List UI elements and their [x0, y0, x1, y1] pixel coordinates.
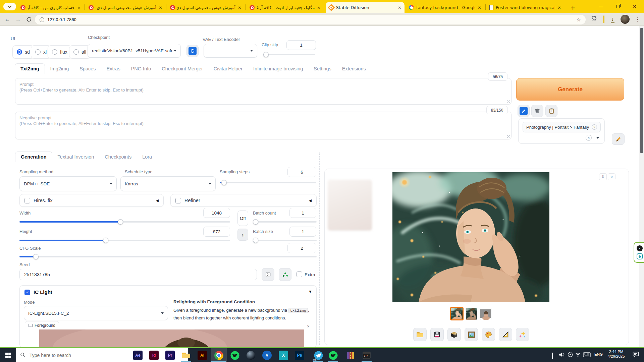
height-input[interactable]: 872 [203, 227, 230, 237]
width-slider[interactable] [19, 219, 230, 225]
collapse-down-icon[interactable]: ▼ [308, 289, 312, 294]
ic-light-mode-dropdown[interactable]: IC-Light.SD15.FC_2 [24, 306, 168, 320]
task-view-button[interactable] [116, 350, 126, 360]
send-to-inpaint-button[interactable] [482, 328, 495, 341]
tray-volume-button[interactable] [559, 352, 565, 359]
refiner-accordion[interactable]: Refiner ◀ [170, 194, 317, 207]
paste-params-button[interactable] [518, 105, 530, 117]
close-icon[interactable]: × [77, 5, 81, 10]
taskbar-spotify[interactable] [230, 350, 240, 360]
close-icon[interactable]: × [317, 5, 321, 10]
tray-expand-button[interactable] [552, 353, 553, 359]
schedule-type-dropdown[interactable]: Karras [120, 176, 216, 191]
hires-fix-accordion[interactable]: Hires. fix ◀ [19, 194, 164, 207]
collapse-left-icon[interactable]: ◀ [156, 198, 159, 203]
close-icon[interactable]: × [398, 5, 401, 10]
style-chip[interactable]: Photography | Portrait > Fantasy × [523, 122, 601, 132]
new-tab-button[interactable]: + [568, 3, 578, 12]
security-overlay-widget[interactable]: × e [634, 242, 644, 263]
batch-size-input[interactable]: 1 [289, 227, 316, 237]
tray-vpn-button[interactable] [568, 352, 573, 359]
clip-skip-input[interactable]: 1 [286, 40, 316, 50]
taskbar-illustrator[interactable]: Ai [197, 350, 207, 360]
remove-style-icon[interactable]: × [592, 124, 597, 130]
prompt-input[interactable]: Prompt (Press Ctrl+Enter to generate, Al… [15, 78, 512, 105]
send-to-img2img-button[interactable] [465, 328, 478, 341]
sampling-method-dropdown[interactable]: DPM++ SDE [19, 176, 117, 191]
save-image-button[interactable] [430, 328, 444, 341]
forward-button[interactable]: → [13, 15, 23, 24]
browser-tab-2[interactable]: آموزش هوش مصنوعی استیبل دی × [86, 2, 165, 13]
batch-count-slider[interactable] [253, 219, 317, 225]
chevron-down-icon[interactable] [596, 137, 599, 139]
tab-extras[interactable]: Extras [101, 64, 126, 74]
tray-keyboard-button[interactable] [583, 352, 591, 359]
checkpoint-dropdown[interactable]: realisticVisionV60B1_v51HyperVAE.safete [88, 44, 181, 58]
tab-checkpoint-merger[interactable]: Checkpoint Merger [156, 64, 208, 74]
tab-settings[interactable]: Settings [308, 64, 336, 74]
taskbar-spotify-2[interactable] [328, 350, 338, 360]
clip-skip-slider[interactable] [263, 52, 315, 57]
negative-prompt-input[interactable]: Negative prompt (Press Ctrl+Enter to gen… [15, 112, 512, 139]
sampling-steps-input[interactable]: 6 [287, 167, 316, 177]
pinned-extension-bar[interactable] [603, 15, 604, 23]
close-icon[interactable]: × [637, 245, 643, 251]
resize-handle[interactable] [507, 135, 510, 138]
taskbar-photoshop[interactable]: Ps [294, 350, 305, 360]
gallery-previous-image[interactable] [328, 180, 372, 231]
styles-dropdown[interactable]: Photography | Portrait > Fantasy × × [518, 118, 605, 144]
taskbar-indesign[interactable]: Id [149, 350, 159, 360]
tab-spaces[interactable]: Spaces [74, 64, 101, 74]
browser-tab-7[interactable]: Poster wind blowing magical d × [486, 2, 564, 13]
action-center-button[interactable] [633, 352, 639, 359]
download-image-button[interactable]: ⇩ [599, 173, 607, 180]
extra-seed-checkbox[interactable] [297, 272, 302, 277]
cfg-scale-slider[interactable] [19, 254, 317, 259]
close-icon[interactable]: × [557, 5, 561, 10]
scrollbar-thumb[interactable] [640, 28, 643, 153]
close-icon[interactable]: × [478, 5, 481, 10]
refresh-checkpoint-button[interactable] [186, 45, 199, 57]
downloads-button[interactable]: ↓ [608, 15, 617, 24]
back-button[interactable]: ← [3, 15, 12, 24]
tab-infinite-image-browsing[interactable]: Infinite image browsing [248, 64, 308, 74]
extensions-button[interactable] [590, 15, 597, 24]
subtab-textual-inversion[interactable]: Textual Inversion [52, 152, 100, 162]
gallery-thumbnail-1-selected[interactable] [450, 307, 464, 320]
remove-foreground-image-button[interactable]: × [305, 323, 311, 329]
browser-tab-4[interactable]: مگاپک جعبه ابزار ادیت - کافه آرتک × [247, 2, 324, 13]
off-button[interactable]: Off [237, 210, 248, 226]
reuse-seed-button[interactable] [279, 268, 291, 281]
gallery-thumbnail-3[interactable] [480, 308, 491, 320]
height-slider[interactable] [19, 238, 230, 243]
gallery-thumbnail-2[interactable] [466, 308, 477, 320]
upscale-button[interactable] [516, 328, 529, 341]
clear-styles-icon[interactable]: × [586, 135, 592, 141]
bookmark-star-icon[interactable]: ☆ [577, 17, 581, 23]
browser-tab-active-stable-diffusion[interactable]: Stable Diffusion × [326, 2, 405, 13]
ui-radio-flux[interactable]: flux [48, 45, 72, 59]
tab-img2img[interactable]: Img2img [45, 64, 74, 74]
window-maximize-button[interactable] [610, 0, 626, 13]
browser-tab-3[interactable]: آموزش هوش مصنوعی استیبل دی × [167, 2, 245, 13]
browser-tab-1[interactable]: حساب کاربری من - کافه آرتک × [17, 2, 84, 13]
taskbar-v-app[interactable]: V [262, 350, 272, 360]
collapse-left-icon[interactable]: ◀ [309, 198, 312, 203]
tab-civitai-helper[interactable]: Civitai Helper [208, 64, 248, 74]
tab-search-button[interactable] [3, 3, 16, 10]
browser-tab-6[interactable]: fantasy background - Google S × [406, 2, 484, 13]
cfg-scale-input[interactable]: 2 [287, 243, 316, 253]
foreground-image[interactable] [39, 329, 304, 348]
tray-clock[interactable]: 2:44 PM 4/29/2025 [604, 350, 629, 358]
subtab-generation[interactable]: Generation [15, 152, 52, 162]
close-image-button[interactable]: × [608, 173, 615, 180]
refiner-checkbox[interactable] [175, 198, 181, 203]
taskbar-terminal[interactable]: C:\_ [362, 350, 372, 360]
sampling-steps-slider[interactable] [220, 180, 316, 185]
profile-avatar[interactable] [621, 15, 630, 24]
random-seed-button[interactable] [262, 268, 274, 281]
taskbar-chrome[interactable] [214, 350, 224, 360]
taskbar-premiere[interactable]: Pr [165, 350, 175, 360]
seed-input[interactable]: 2511331785 [19, 269, 257, 280]
hires-fix-checkbox[interactable] [24, 198, 30, 203]
